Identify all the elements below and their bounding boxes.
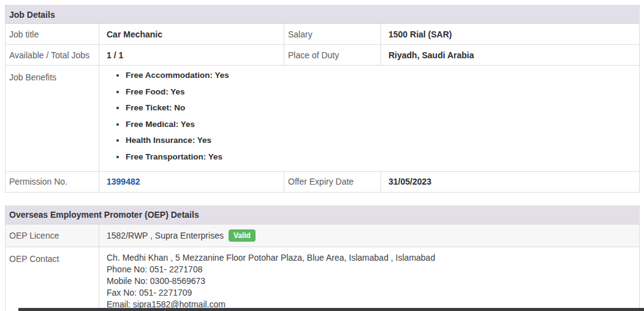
panel-gap <box>5 193 640 205</box>
oep-licence-value: 1582/RWP , Supra Enterprises <box>107 231 224 240</box>
offer-expiry-value: 31/05/2023 <box>381 172 639 192</box>
table-row: OEP Licence 1582/RWP , Supra Enterprises… <box>6 225 639 247</box>
oep-contact-address: Ch. Medhi Khan , 5 Mezzanine Floor Potoh… <box>107 252 632 264</box>
permission-no-link[interactable]: 1399482 <box>107 177 140 186</box>
benefit-item: Free Ticket: No <box>126 104 632 112</box>
job-details-title: Job Details <box>9 10 55 20</box>
job-details-header: Job Details <box>6 6 639 24</box>
benefit-item: Free Medical: Yes <box>126 120 632 129</box>
benefit-item: Free Food: Yes <box>126 88 632 96</box>
job-benefits-cell: Free Accommodation: Yes Free Food: Yes F… <box>99 66 639 171</box>
table-row: Job Benefits Free Accommodation: Yes Fre… <box>6 65 639 171</box>
salary-label: Salary <box>284 24 381 44</box>
available-jobs-value: 1 / 1 <box>99 45 284 65</box>
job-title-label: Job title <box>6 24 99 44</box>
place-of-duty-label: Place of Duty <box>284 45 381 65</box>
offer-expiry-label: Offer Expiry Date <box>284 172 381 192</box>
oep-contact-phone: Phone No: 051- 2271708 <box>107 264 632 275</box>
salary-value: 1500 Rial (SAR) <box>381 24 639 44</box>
permission-no-label: Permission No. <box>6 172 99 192</box>
table-row: OEP Contact Ch. Medhi Khan , 5 Mezzanine… <box>6 247 639 311</box>
oep-contact-mobile: Mobile No: 0300-8569673 <box>107 275 632 287</box>
benefit-item: Free Transportation: Yes <box>126 153 632 161</box>
cutoff-section-edge <box>18 308 644 311</box>
oep-contact-label: OEP Contact <box>6 247 99 311</box>
job-benefits-label: Job Benefits <box>6 66 99 171</box>
oep-licence-cell: 1582/RWP , Supra Enterprises Valid <box>99 225 639 247</box>
benefit-item: Free Accommodation: Yes <box>126 71 632 80</box>
oep-details-header: Overseas Employment Promoter (OEP) Detai… <box>6 206 639 225</box>
oep-details-title: Overseas Employment Promoter (OEP) Detai… <box>9 210 199 220</box>
valid-status-badge: Valid <box>229 229 256 242</box>
job-title-value: Car Mechanic <box>99 24 284 44</box>
oep-contact-cell: Ch. Medhi Khan , 5 Mezzanine Floor Potoh… <box>99 247 639 311</box>
job-benefits-list: Free Accommodation: Yes Free Food: Yes F… <box>116 71 632 161</box>
benefit-item: Health Insurance: Yes <box>126 136 632 145</box>
job-details-panel: Job Details Job title Car Mechanic Salar… <box>5 5 640 193</box>
oep-licence-label: OEP Licence <box>6 225 99 247</box>
table-row: Permission No. 1399482 Offer Expiry Date… <box>6 171 639 192</box>
job-details-page: Job Details Job title Car Mechanic Salar… <box>5 5 640 311</box>
table-row: Available / Total Jobs 1 / 1 Place of Du… <box>6 44 639 65</box>
available-jobs-label: Available / Total Jobs <box>6 45 99 65</box>
oep-contact-fax: Fax No: 051- 2271709 <box>107 287 632 299</box>
oep-details-panel: Overseas Employment Promoter (OEP) Detai… <box>5 205 640 311</box>
place-of-duty-value: Riyadh, Saudi Arabia <box>381 45 639 65</box>
table-row: Job title Car Mechanic Salary 1500 Rial … <box>6 24 639 44</box>
